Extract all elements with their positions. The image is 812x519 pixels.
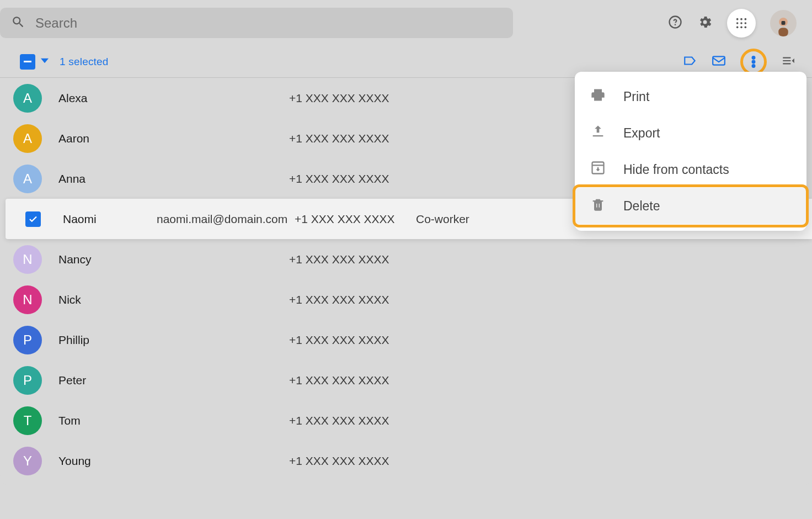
contact-phone: +1 XXX XXX XXXX — [295, 213, 416, 226]
contact-avatar: Y — [13, 447, 42, 475]
menu-item-print[interactable]: Print — [575, 78, 806, 115]
contact-row[interactable]: Y Young +1 XXX XXX XXXX — [0, 441, 812, 481]
contact-row[interactable]: T Tom +1 XXX XXX XXXX — [0, 400, 812, 441]
contact-phone: +1 XXX XXX XXXX — [289, 333, 410, 347]
contact-name: Naomi — [63, 213, 97, 226]
topbar-right — [667, 9, 812, 38]
contact-avatar: P — [13, 326, 42, 354]
contact-avatar: T — [13, 406, 42, 435]
menu-item-label: Hide from contacts — [623, 162, 729, 177]
menu-item-label: Export — [623, 126, 660, 141]
menu-item-label: Print — [623, 89, 649, 104]
contact-name: Nancy — [58, 253, 92, 266]
more-actions-button[interactable] — [740, 49, 767, 75]
contact-phone: +1 XXX XXX XXXX — [289, 253, 410, 266]
svg-point-1 — [740, 18, 742, 20]
search-input[interactable] — [35, 15, 502, 31]
delete-icon — [590, 197, 606, 215]
svg-rect-11 — [778, 28, 788, 36]
contact-row[interactable]: N Nick +1 XXX XXX XXXX — [0, 279, 812, 320]
svg-rect-12 — [713, 56, 725, 65]
svg-point-8 — [745, 26, 747, 28]
svg-point-0 — [736, 18, 739, 20]
contact-name: Aaron — [58, 132, 89, 145]
gear-icon[interactable] — [697, 14, 713, 32]
svg-point-6 — [736, 26, 739, 28]
contact-avatar: N — [13, 285, 42, 314]
contact-name: Anna — [58, 172, 86, 186]
contact-phone: +1 XXX XXX XXXX — [289, 172, 410, 186]
svg-point-4 — [740, 22, 742, 24]
svg-point-3 — [736, 22, 739, 24]
menu-item-label: Delete — [623, 199, 660, 214]
more-actions-menu: Print Export Hide from contacts Delete — [575, 72, 806, 231]
account-avatar[interactable] — [770, 10, 797, 36]
tutorial-highlight-rect — [573, 184, 809, 227]
tutorial-highlight-ring — [740, 49, 767, 75]
menu-item-export[interactable]: Export — [575, 115, 806, 151]
contact-email: naomi.mail@domain.com — [157, 213, 295, 226]
contact-phone: +1 XXX XXX XXXX — [289, 132, 410, 145]
contact-name: Young — [58, 454, 91, 468]
selection-actions — [683, 49, 795, 75]
contact-avatar: A — [13, 165, 42, 193]
contact-name: Peter — [58, 374, 86, 387]
row-checkbox[interactable] — [25, 211, 41, 227]
contact-avatar: P — [13, 366, 42, 395]
export-icon — [590, 124, 606, 142]
contact-row[interactable]: P Phillip +1 XXX XXX XXXX — [0, 320, 812, 360]
search-icon — [11, 15, 25, 31]
svg-rect-10 — [782, 21, 786, 25]
svg-point-2 — [745, 18, 747, 20]
contact-avatar: A — [13, 84, 42, 113]
selection-count: 1 selected — [60, 56, 109, 68]
print-icon — [590, 87, 606, 106]
contact-label: Co-worker — [416, 213, 526, 226]
contact-phone: +1 XXX XXX XXXX — [289, 454, 410, 468]
select-all-checkbox[interactable] — [20, 54, 35, 70]
contact-phone: +1 XXX XXX XXXX — [289, 92, 410, 105]
svg-point-7 — [740, 26, 742, 28]
contact-row[interactable]: N Nancy +1 XXX XXX XXXX — [0, 239, 812, 279]
svg-point-5 — [745, 22, 747, 24]
contact-name: Tom — [58, 414, 81, 427]
apps-icon[interactable] — [727, 9, 756, 38]
menu-item-delete[interactable]: Delete — [575, 188, 806, 224]
help-icon[interactable] — [667, 14, 683, 32]
contact-phone: +1 XXX XXX XXXX — [289, 414, 410, 427]
contact-avatar: N — [13, 245, 42, 274]
side-panel-toggle-icon[interactable] — [781, 54, 795, 70]
select-dropdown-icon[interactable] — [41, 57, 49, 67]
label-icon[interactable] — [683, 54, 697, 70]
contact-name: Nick — [58, 293, 81, 306]
contact-phone: +1 XXX XXX XXXX — [289, 374, 410, 387]
search-box[interactable] — [0, 8, 513, 38]
topbar — [0, 0, 812, 46]
menu-item-hide[interactable]: Hide from contacts — [575, 151, 806, 188]
hide-icon — [590, 160, 606, 179]
contact-avatar: A — [13, 124, 42, 153]
email-icon[interactable] — [712, 54, 726, 70]
contact-name: Alexa — [58, 92, 88, 105]
contact-name: Phillip — [58, 333, 89, 347]
contact-row[interactable]: P Peter +1 XXX XXX XXXX — [0, 360, 812, 400]
contact-phone: +1 XXX XXX XXXX — [289, 293, 410, 306]
